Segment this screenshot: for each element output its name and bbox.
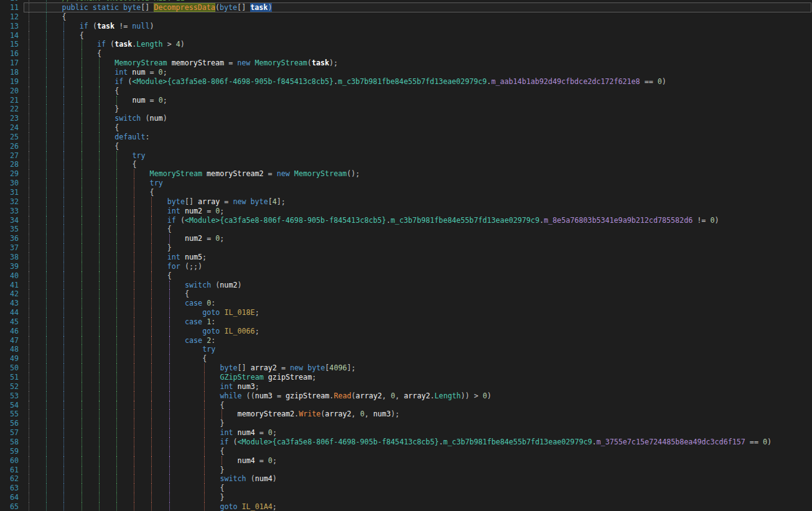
line-number: 19 (0, 77, 19, 87)
code-line[interactable]: 50byte[] array2 = new byte[4096]; (0, 363, 812, 373)
code-line[interactable]: 32byte[] array = new byte[4]; (0, 197, 812, 207)
code-text: public static byte[] DecompressData(byte… (62, 3, 273, 12)
code-line[interactable]: 39for (;;) (0, 262, 812, 271)
code-line[interactable]: 36num2 = 0; (0, 234, 812, 243)
token-num: 0 (159, 68, 163, 77)
code-line[interactable]: 11public static byte[] DecompressData(by… (0, 3, 812, 12)
indent-guide (29, 271, 29, 281)
token-pn: . (592, 438, 597, 446)
code-line[interactable]: 57int num4 = 0; (0, 428, 812, 438)
code-line[interactable]: 65goto IL_01A4; (0, 502, 812, 511)
code-line[interactable]: 31{ (0, 188, 812, 197)
indent-guide (29, 484, 29, 493)
indent-guide (82, 299, 82, 308)
indent-guide (222, 456, 222, 466)
code-line[interactable]: 28{ (0, 160, 812, 169)
code-text: if (task != null) (80, 22, 154, 31)
indent-guide (82, 456, 82, 466)
indent-guide (116, 391, 117, 401)
code-line[interactable]: 45case 1: (0, 317, 812, 327)
indent-guide (99, 354, 100, 363)
code-line[interactable]: 18int num = 0; (0, 68, 812, 77)
code-line[interactable]: 49{ (0, 354, 812, 363)
token-pn: = (281, 363, 290, 372)
code-line[interactable]: 26{ (0, 142, 812, 151)
token-pn: ; (163, 96, 167, 105)
indent-guide (169, 438, 170, 447)
indent-guide (169, 345, 170, 354)
code-text: for (;;) (167, 262, 202, 271)
indent-guide (134, 308, 134, 317)
indent-guide (46, 327, 47, 336)
code-line[interactable]: 42{ (0, 289, 812, 299)
indent-guide (46, 253, 47, 262)
indent-guide (169, 336, 170, 345)
indent-guide (63, 382, 64, 391)
code-line[interactable]: 59{ (0, 447, 812, 456)
code-line[interactable]: 19if (<Module>{ca3fa5e8-806f-4698-905b-f… (0, 77, 812, 87)
code-line[interactable]: 17MemoryStream memoryStream = new Memory… (0, 59, 812, 68)
code-line[interactable]: 21num = 0; (0, 96, 812, 105)
line-number: 57 (0, 428, 19, 438)
token-ty: MemoryStream (250, 59, 307, 67)
code-line[interactable]: 15if (task.Length > 4) (0, 40, 812, 49)
indent-guide (29, 114, 29, 123)
code-text: num = 0; (132, 96, 167, 105)
indent-guide (99, 114, 100, 123)
line-number: 46 (0, 327, 19, 336)
code-text: if (task.Length > 4) (97, 40, 185, 49)
indent-guide (46, 336, 47, 345)
code-line[interactable]: 46goto IL_0066; (0, 327, 812, 336)
line-number: 31 (0, 188, 19, 197)
code-line[interactable]: 37} (0, 243, 812, 253)
token-pn: , (365, 410, 373, 418)
indent-guide (29, 354, 29, 363)
indent-guide (151, 484, 152, 493)
code-line[interactable]: 44goto IL_018E; (0, 308, 812, 317)
indent-guide (46, 419, 47, 428)
code-line[interactable]: 53while ((num3 = gzipStream.Read(array2,… (0, 391, 812, 401)
code-line[interactable]: 30try (0, 179, 812, 188)
code-line[interactable]: 25default: (0, 133, 812, 142)
code-line[interactable]: 64} (0, 493, 812, 502)
indent-guide (46, 317, 47, 327)
code-line[interactable]: 12{ (0, 12, 812, 22)
code-line[interactable]: 55memoryStream2.Write(array2, 0, num3); (0, 410, 812, 419)
code-line[interactable]: 40{ (0, 271, 812, 281)
code-editor[interactable]: 10// Token: 0x0600000B RID: 1111public s… (0, 0, 812, 511)
code-line[interactable]: 13if (task != null) (0, 22, 812, 31)
code-line[interactable]: 58if (<Module>{ca3fa5e8-806f-4698-905b-f… (0, 438, 812, 447)
code-line[interactable]: 33int num2 = 0; (0, 207, 812, 216)
code-line[interactable]: 41switch (num2) (0, 281, 812, 290)
code-line[interactable]: 29MemoryStream memoryStream2 = new Memor… (0, 169, 812, 179)
code-line[interactable]: 38int num5; (0, 253, 812, 262)
code-line[interactable]: 47case 2: (0, 336, 812, 345)
indent-guide (134, 354, 134, 363)
code-line[interactable]: 24{ (0, 123, 812, 133)
code-line[interactable]: 20{ (0, 87, 812, 96)
indent-guide (134, 289, 134, 299)
code-line[interactable]: 48try (0, 345, 812, 354)
code-line[interactable]: 56} (0, 419, 812, 428)
code-line[interactable]: 16{ (0, 49, 812, 59)
code-line[interactable]: 43case 0: (0, 299, 812, 308)
code-line[interactable]: 63{ (0, 484, 812, 493)
code-line[interactable]: 35{ (0, 225, 812, 234)
code-line[interactable]: 51GZipStream gzipStream; (0, 373, 812, 382)
line-number: 59 (0, 447, 19, 456)
indent-guide (46, 179, 47, 188)
code-line[interactable]: 22} (0, 105, 812, 114)
code-line[interactable]: 27try (0, 151, 812, 161)
indent-guide (134, 262, 134, 271)
code-line[interactable]: 62switch (num4) (0, 474, 812, 484)
code-line[interactable]: 14{ (0, 31, 812, 40)
indent-guide (29, 428, 29, 438)
code-line[interactable]: 34if (<Module>{ca3fa5e8-806f-4698-905b-f… (0, 216, 812, 225)
indent-guide (29, 502, 29, 511)
code-line[interactable]: 23switch (num) (0, 114, 812, 123)
code-line[interactable]: 61} (0, 466, 812, 475)
code-text: goto IL_0066; (202, 327, 259, 336)
code-line[interactable]: 60num4 = 0; (0, 456, 812, 466)
code-line[interactable]: 52int num3; (0, 382, 812, 391)
code-line[interactable]: 54{ (0, 401, 812, 410)
